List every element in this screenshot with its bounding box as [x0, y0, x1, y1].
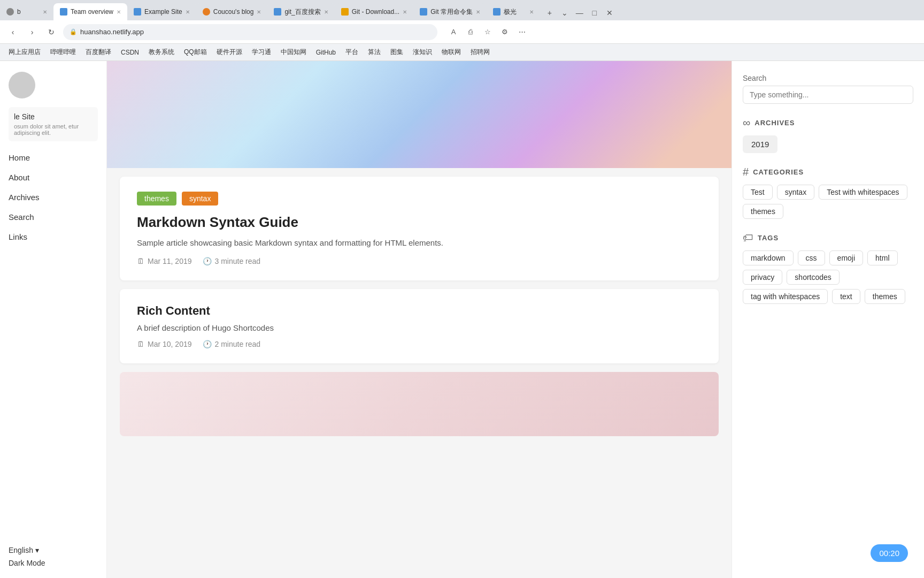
- tag-themes[interactable]: themes: [865, 289, 905, 304]
- sidebar-dark-mode-toggle[interactable]: Dark Mode: [9, 559, 98, 567]
- sidebar-item-search[interactable]: Search: [9, 209, 98, 225]
- bookmark-platform[interactable]: 平台: [341, 46, 363, 58]
- minimize-button[interactable]: —: [572, 5, 587, 20]
- sidebar-item-about[interactable]: About: [9, 170, 98, 185]
- bookmark-label: 物联网: [442, 48, 461, 57]
- sidebar-item-links[interactable]: Links: [9, 229, 98, 245]
- translate-button[interactable]: A: [446, 25, 461, 40]
- close-window-button[interactable]: ✕: [602, 5, 617, 20]
- bookmark-knowledge[interactable]: 涨知识: [409, 46, 436, 58]
- bookmarks-bar: 网上应用店 哔哩哔哩 百度翻译 CSDN 教务系统 QQ邮箱 硬件开源 学习通 …: [0, 44, 924, 61]
- bookmark-cnki[interactable]: 中国知网: [276, 46, 311, 58]
- tab-git-download[interactable]: Git - Download... ✕: [335, 3, 413, 20]
- archives-header: ∞ ARCHIVES: [743, 117, 913, 129]
- bookmark-jwxt[interactable]: 教务系统: [144, 46, 179, 58]
- bookmark-bilibili[interactable]: 哔哩哔哩: [46, 46, 80, 58]
- sidebar-language-selector[interactable]: English ▾: [9, 546, 98, 554]
- tag-css[interactable]: css: [798, 250, 825, 265]
- maximize-button[interactable]: □: [587, 5, 602, 20]
- tab-label: Example Site: [144, 8, 182, 16]
- tab-b[interactable]: b ✕: [0, 3, 53, 20]
- tag-html[interactable]: html: [867, 250, 897, 265]
- forward-button[interactable]: ›: [25, 25, 40, 40]
- tab-team-overview[interactable]: Team overview ✕: [53, 3, 127, 20]
- category-themes[interactable]: themes: [743, 204, 783, 219]
- reload-button[interactable]: ↻: [44, 25, 59, 40]
- tag-themes[interactable]: themes: [137, 192, 176, 206]
- article-date-1: 🗓 Mar 11, 2019: [137, 257, 192, 265]
- bookmark-label: 算法: [368, 48, 381, 57]
- tag-markdown[interactable]: markdown: [743, 250, 794, 265]
- page-area: le Site osum dolor sit amet, etur adipis…: [0, 61, 924, 578]
- archive-2019[interactable]: 2019: [743, 135, 777, 153]
- sidebar-item-home[interactable]: Home: [9, 150, 98, 165]
- tab-favicon: [420, 8, 427, 16]
- tab-favicon: [60, 8, 67, 16]
- bookmark-baidu-translate[interactable]: 百度翻译: [81, 46, 116, 58]
- category-test-whitespaces[interactable]: Test with whitespaces: [819, 185, 907, 200]
- bookmark-qqmail[interactable]: QQ邮箱: [180, 46, 211, 58]
- tag-emoji[interactable]: emoji: [829, 250, 863, 265]
- bookmark-csdn[interactable]: CSDN: [117, 47, 143, 58]
- menu-button[interactable]: ⋯: [514, 25, 529, 40]
- new-tab-button[interactable]: +: [542, 5, 557, 20]
- tab-git-commands[interactable]: Git 常用命令集 ✕: [413, 3, 487, 20]
- back-button[interactable]: ‹: [5, 25, 20, 40]
- tab-close-icon[interactable]: ✕: [526, 9, 534, 15]
- tab-jiguang[interactable]: 极光 ✕: [487, 3, 540, 20]
- sidebar-item-archives[interactable]: Archives: [9, 189, 98, 205]
- tab-coucou-blog[interactable]: Coucou's blog ✕: [196, 3, 268, 20]
- tab-label: git_百度搜索: [284, 7, 320, 17]
- readtime-text-1: 3 minute read: [215, 257, 261, 265]
- browser-window: b ✕ Team overview ✕ Example Site ✕ Couco…: [0, 0, 924, 578]
- bookmark-label: GitHub: [316, 49, 336, 56]
- bookmark-xuetong[interactable]: 学习通: [248, 46, 275, 58]
- site-preview-text: osum dolor sit amet, etur adipiscing eli…: [14, 123, 93, 136]
- tag-privacy[interactable]: privacy: [743, 270, 782, 285]
- tab-close-icon[interactable]: ✕: [182, 9, 190, 15]
- bookmark-iot[interactable]: 物联网: [437, 46, 465, 58]
- extensions-button[interactable]: ⚙: [497, 25, 512, 40]
- share-button[interactable]: ⎙: [463, 25, 478, 40]
- tag-tag-with-whitespaces[interactable]: tag with whitespaces: [743, 289, 828, 304]
- article-date-2: 🗓 Mar 10, 2019: [137, 340, 192, 348]
- tab-close-icon[interactable]: ✕: [473, 9, 480, 15]
- tab-close-icon[interactable]: ✕: [321, 9, 328, 15]
- archives-list: 2019: [743, 135, 913, 153]
- bookmark-job[interactable]: 招聘网: [466, 46, 494, 58]
- bookmark-webapps[interactable]: 网上应用店: [4, 46, 45, 58]
- bookmark-github[interactable]: GitHub: [312, 47, 340, 58]
- avatar: [9, 72, 35, 98]
- tag-text[interactable]: text: [832, 289, 860, 304]
- bookmark-algorithm[interactable]: 算法: [364, 46, 385, 58]
- tag-shortcodes[interactable]: shortcodes: [787, 270, 839, 285]
- article-tags: themes syntax: [137, 192, 702, 206]
- tab-label: Team overview: [71, 8, 113, 16]
- language-label: English: [9, 546, 33, 554]
- tag-syntax[interactable]: syntax: [182, 192, 218, 206]
- bookmark-label: CSDN: [121, 49, 139, 56]
- tab-close-icon[interactable]: ✕: [40, 9, 47, 15]
- bookmark-tujie[interactable]: 图集: [386, 46, 407, 58]
- tab-close-icon[interactable]: ✕: [113, 9, 121, 15]
- site-preview-box: le Site osum dolor sit amet, etur adipis…: [9, 107, 98, 141]
- timer-badge[interactable]: 00:20: [871, 544, 908, 562]
- tab-close-icon[interactable]: ✕: [253, 9, 261, 15]
- tab-example-site[interactable]: Example Site ✕: [127, 3, 196, 20]
- search-label: Search: [743, 74, 913, 82]
- tab-close-icon[interactable]: ✕: [399, 9, 407, 15]
- address-bar[interactable]: 🔒 huanshao.netlify.app: [63, 24, 437, 40]
- search-input[interactable]: [743, 86, 913, 104]
- article-title-1[interactable]: Markdown Syntax Guide: [137, 214, 702, 231]
- category-test[interactable]: Test: [743, 185, 773, 200]
- date-text-2: Mar 10, 2019: [148, 340, 192, 348]
- tab-favicon: [274, 8, 281, 16]
- bookmark-star-button[interactable]: ☆: [480, 25, 495, 40]
- tab-git-baidu[interactable]: git_百度搜索 ✕: [267, 3, 334, 20]
- tab-label: b: [17, 8, 21, 16]
- category-syntax[interactable]: syntax: [777, 185, 814, 200]
- tab-scroll-down-button[interactable]: ⌄: [557, 5, 572, 20]
- article-title-2[interactable]: Rich Content: [137, 304, 702, 318]
- hash-icon: #: [743, 166, 749, 178]
- bookmark-hardware[interactable]: 硬件开源: [212, 46, 247, 58]
